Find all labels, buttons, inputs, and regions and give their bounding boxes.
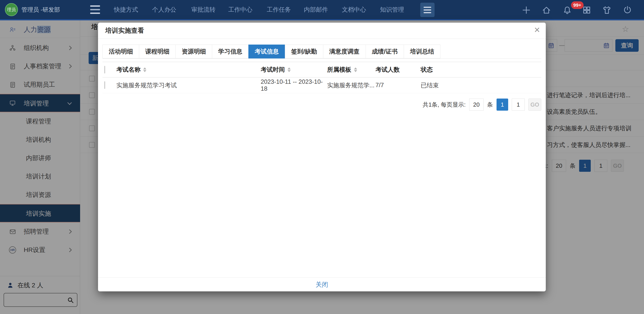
- go-button[interactable]: GO: [528, 99, 541, 111]
- tab-exam-info[interactable]: 考试信息: [248, 45, 285, 59]
- column-header-template[interactable]: 所属模板: [327, 66, 376, 74]
- theme-shirt-icon[interactable]: [602, 5, 612, 15]
- notification-badge: 99+: [571, 1, 584, 9]
- modal-pagination: 共1条, 每页显示: 条 1 GO: [98, 99, 541, 111]
- goto-page-input[interactable]: [512, 99, 525, 111]
- tab-signin-absence[interactable]: 签到/缺勤: [285, 45, 323, 59]
- sort-icon: [288, 67, 291, 72]
- bell-icon[interactable]: [562, 5, 572, 15]
- page-size-input[interactable]: [469, 99, 484, 111]
- nav-item-internal-mail[interactable]: 内部邮件: [304, 0, 328, 19]
- nav-item-approval-flow[interactable]: 审批流转: [191, 0, 216, 19]
- modal-header: 培训实施查看 ×: [98, 23, 546, 39]
- power-icon[interactable]: [622, 5, 632, 15]
- current-page-button[interactable]: 1: [496, 99, 508, 111]
- nav-item-document-center[interactable]: 文档中心: [342, 0, 366, 19]
- close-button[interactable]: 关闭: [316, 280, 328, 289]
- pagination-summary: 共1条, 每页显示:: [423, 101, 466, 109]
- nav-item-work-tasks[interactable]: 工作任务: [267, 0, 291, 19]
- user-avatar[interactable]: 理员: [5, 3, 18, 16]
- select-all-checkbox[interactable]: [104, 66, 105, 74]
- column-label: 考试时间: [261, 66, 285, 74]
- cell-exam-count: 7/7: [376, 82, 421, 89]
- column-header-exam-time[interactable]: 考试时间: [261, 66, 327, 74]
- nav-item-knowledge[interactable]: 知识管理: [380, 0, 404, 19]
- column-label: 所属模板: [327, 66, 351, 74]
- home-icon[interactable]: [542, 5, 551, 15]
- tab-resource-detail[interactable]: 资源明细: [176, 45, 212, 59]
- table-header-row: 考试名称 考试时间 所属模板 考试人数 状态: [102, 62, 541, 78]
- close-icon[interactable]: ×: [534, 25, 540, 35]
- sort-icon: [354, 67, 357, 72]
- column-header-exam-name[interactable]: 考试名称: [116, 66, 261, 74]
- row-checkbox[interactable]: [104, 81, 105, 89]
- sort-icon: [143, 67, 146, 72]
- tab-score-certificate[interactable]: 成绩/证书: [366, 45, 404, 59]
- nav-item-work-center[interactable]: 工作中心: [228, 0, 252, 19]
- tab-satisfaction-survey[interactable]: 满意度调查: [323, 45, 366, 59]
- modal-title: 培训实施查看: [105, 23, 144, 39]
- tab-training-summary[interactable]: 培训总结: [404, 45, 440, 59]
- cell-template: 实施服务规范学...: [327, 81, 376, 89]
- page-size-unit: 条: [487, 101, 493, 109]
- training-implementation-view-modal: 培训实施查看 × 活动明细 课程明细 资源明细 学习信息 考试信息 签到/缺勤 …: [98, 23, 546, 291]
- username-label: 管理员 -研发部: [22, 0, 60, 19]
- column-header-exam-count: 考试人数: [376, 66, 421, 74]
- plus-icon[interactable]: [522, 5, 531, 15]
- table-row: 实施服务规范学习考试 2023-10-11 -- 2023-10-18 实施服务…: [102, 78, 541, 93]
- nav-item-personal-office[interactable]: 个人办公: [152, 0, 176, 19]
- column-label: 状态: [421, 66, 433, 74]
- tab-activity-detail[interactable]: 活动明细: [102, 45, 139, 59]
- topbar: 理员 管理员 -研发部 快捷方式 个人办公 审批流转 工作中心 工作任务 内部邮…: [0, 0, 644, 20]
- nav-item-shortcuts[interactable]: 快捷方式: [114, 0, 138, 19]
- app-window: 人力资源 组织机构 人事档案管理 试用期员工 培训管: [0, 0, 644, 314]
- column-label: 考试名称: [116, 66, 140, 74]
- more-menu-button[interactable]: [420, 3, 434, 17]
- column-header-status: 状态: [421, 66, 541, 74]
- column-label: 考试人数: [376, 66, 400, 74]
- modal-tabs: 活动明细 课程明细 资源明细 学习信息 考试信息 签到/缺勤 满意度调查 成绩/…: [102, 45, 541, 59]
- exam-table: 考试名称 考试时间 所属模板 考试人数 状态: [102, 62, 541, 93]
- tab-learning-info[interactable]: 学习信息: [212, 45, 248, 59]
- cell-exam-name: 实施服务规范学习考试: [116, 81, 261, 89]
- menu-list-icon[interactable]: [90, 5, 100, 14]
- tab-course-detail[interactable]: 课程明细: [139, 45, 176, 59]
- avatar-text: 理员: [7, 7, 16, 13]
- cell-status: 已结束: [421, 81, 541, 89]
- cell-exam-time: 2023-10-11 -- 2023-10-18: [261, 78, 327, 92]
- modal-footer: 关闭: [98, 277, 546, 291]
